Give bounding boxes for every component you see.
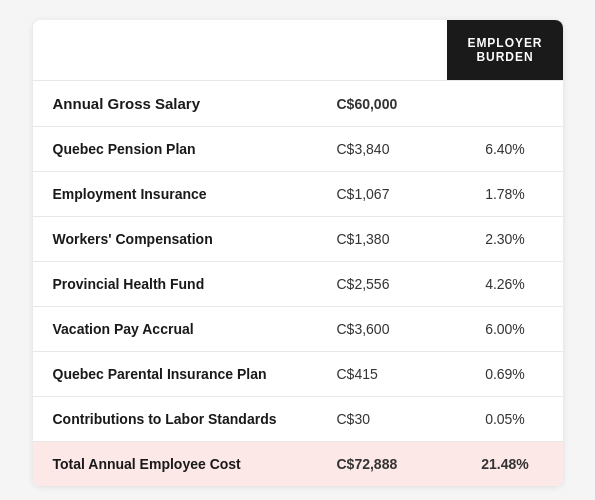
total-amount: C$72,888 (317, 442, 448, 487)
row-amount: C$415 (317, 352, 448, 397)
row-percent: 6.40% (447, 127, 562, 172)
cost-table: Employer Burden Annual Gross SalaryC$60,… (33, 20, 563, 486)
row-label: Workers' Compensation (33, 217, 317, 262)
header-employer-burden-col: Employer Burden (447, 20, 562, 81)
row-amount: C$30 (317, 397, 448, 442)
table-row: Quebec Pension PlanC$3,8406.40% (33, 127, 563, 172)
table-body: Annual Gross SalaryC$60,000Quebec Pensio… (33, 81, 563, 487)
total-row: Total Annual Employee CostC$72,88821.48% (33, 442, 563, 487)
header-label-col (33, 20, 317, 81)
table-row: Vacation Pay AccrualC$3,6006.00% (33, 307, 563, 352)
row-label: Quebec Parental Insurance Plan (33, 352, 317, 397)
row-percent: 2.30% (447, 217, 562, 262)
table-row: Workers' CompensationC$1,3802.30% (33, 217, 563, 262)
row-label: Vacation Pay Accrual (33, 307, 317, 352)
row-amount: C$2,556 (317, 262, 448, 307)
cost-table-container: Employer Burden Annual Gross SalaryC$60,… (33, 20, 563, 486)
row-amount: C$3,600 (317, 307, 448, 352)
row-amount: C$1,067 (317, 172, 448, 217)
row-amount: C$3,840 (317, 127, 448, 172)
row-label: Employment Insurance (33, 172, 317, 217)
row-percent: 4.26% (447, 262, 562, 307)
row-percent: 6.00% (447, 307, 562, 352)
table-header-row: Employer Burden (33, 20, 563, 81)
row-percent (447, 81, 562, 127)
table-row: Provincial Health FundC$2,5564.26% (33, 262, 563, 307)
header-amount-col (317, 20, 448, 81)
row-label: Quebec Pension Plan (33, 127, 317, 172)
table-row: Employment InsuranceC$1,0671.78% (33, 172, 563, 217)
row-percent: 1.78% (447, 172, 562, 217)
table-row: Quebec Parental Insurance PlanC$4150.69% (33, 352, 563, 397)
row-label: Contributions to Labor Standards (33, 397, 317, 442)
row-label: Provincial Health Fund (33, 262, 317, 307)
total-label: Total Annual Employee Cost (33, 442, 317, 487)
row-percent: 0.05% (447, 397, 562, 442)
row-percent: 0.69% (447, 352, 562, 397)
row-amount: C$60,000 (317, 81, 448, 127)
row-label: Annual Gross Salary (33, 81, 317, 127)
row-amount: C$1,380 (317, 217, 448, 262)
table-row: Contributions to Labor StandardsC$300.05… (33, 397, 563, 442)
total-percent: 21.48% (447, 442, 562, 487)
table-row: Annual Gross SalaryC$60,000 (33, 81, 563, 127)
